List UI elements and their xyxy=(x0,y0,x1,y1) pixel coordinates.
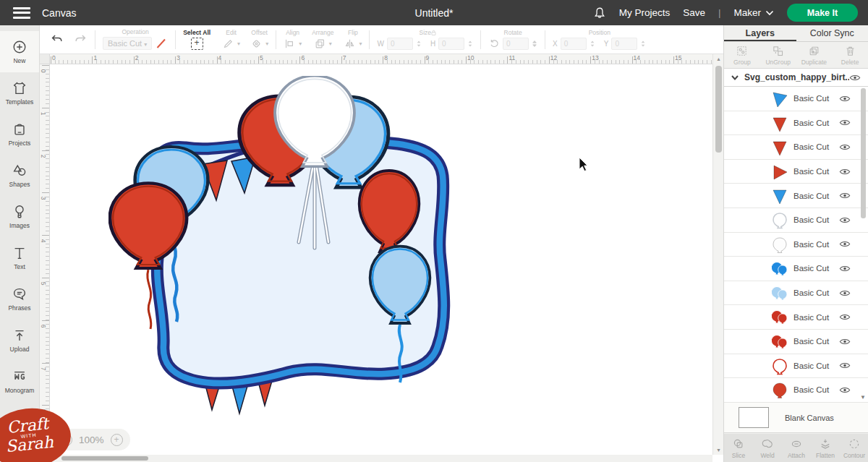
height-field[interactable]: 0 xyxy=(438,38,464,50)
eye-icon[interactable] xyxy=(839,240,851,248)
flatten-button[interactable]: Flatten xyxy=(811,437,840,459)
scroll-up-arrow[interactable]: ▲ xyxy=(713,54,724,64)
lock-icon[interactable] xyxy=(430,28,438,37)
layer-label: Basic Cut xyxy=(793,362,839,370)
sidebar-item-templates[interactable]: Templates xyxy=(0,72,39,114)
make-it-button[interactable]: Make It xyxy=(787,4,858,22)
my-projects-link[interactable]: My Projects xyxy=(619,7,671,18)
birthday-frame-artwork[interactable] xyxy=(109,76,463,427)
tab-layers[interactable]: Layers xyxy=(724,25,796,41)
x-stepper[interactable] xyxy=(590,40,595,48)
ungroup-button[interactable]: UnGroup xyxy=(760,45,796,66)
ruler-number: 13 xyxy=(592,54,598,61)
layer-row[interactable]: Basic Cut xyxy=(724,160,868,184)
y-field[interactable]: 0 xyxy=(611,38,637,50)
align-group[interactable]: Align ▾ xyxy=(284,30,302,50)
layer-row[interactable]: Basic Cut xyxy=(724,87,868,111)
sidebar-item-new[interactable]: New xyxy=(0,31,39,72)
arrange-group[interactable]: Arrange ▾ xyxy=(312,30,333,50)
canvas-horizontal-scrollbar[interactable] xyxy=(40,455,712,462)
select-all-group[interactable]: Select All xyxy=(183,30,210,50)
sidebar-item-monogram[interactable]: Monogram xyxy=(0,361,39,402)
weld-button[interactable]: Weld xyxy=(753,437,782,459)
layer-row[interactable]: Basic Cut xyxy=(724,378,868,403)
layer-row[interactable]: Basic Cut xyxy=(724,354,868,379)
bell-icon[interactable] xyxy=(593,7,606,20)
eye-icon[interactable] xyxy=(839,143,851,151)
operation-dropdown[interactable]: Basic Cut ▾ xyxy=(103,37,152,50)
pen-color-icon[interactable] xyxy=(155,37,168,50)
sidebar-item-upload[interactable]: Upload xyxy=(0,320,39,361)
duplicate-button[interactable]: Duplicate xyxy=(796,45,833,66)
rotate-icon[interactable] xyxy=(488,38,500,49)
offset-group[interactable]: Offset ▾ xyxy=(250,30,268,50)
layer-row[interactable]: Basic Cut xyxy=(724,233,868,257)
layer-row[interactable]: Basic Cut xyxy=(724,305,868,330)
eye-icon[interactable] xyxy=(839,216,851,224)
sidebar-item-projects[interactable]: Projects xyxy=(0,114,39,155)
layer-group-header[interactable]: Svg_custom_happy_birt... xyxy=(724,69,868,87)
flip-group[interactable]: Flip ▾ xyxy=(344,30,362,50)
x-field[interactable]: 0 xyxy=(561,38,587,50)
eye-icon[interactable] xyxy=(839,313,851,321)
canvas-vertical-scrollbar[interactable]: ▲ ▼ xyxy=(712,54,723,455)
chevron-down-icon[interactable] xyxy=(731,75,739,80)
edit-group[interactable]: Edit ▾ xyxy=(222,30,240,50)
sidebar-item-label: Phrases xyxy=(8,304,30,312)
panel-scroll-down-arrow[interactable]: ▼ xyxy=(860,394,866,401)
layer-row[interactable]: Basic Cut xyxy=(724,257,868,281)
redo-button[interactable] xyxy=(74,33,88,46)
y-stepper[interactable] xyxy=(640,40,646,48)
attach-button[interactable]: Attach xyxy=(782,437,811,459)
zoom-in-button[interactable]: + xyxy=(111,434,123,446)
sidebar-item-images[interactable]: Images xyxy=(0,196,39,237)
slice-button[interactable]: Slice xyxy=(724,437,753,459)
width-field[interactable]: 0 xyxy=(387,38,413,50)
undo-button[interactable] xyxy=(50,33,64,46)
panel-scroll-thumb[interactable] xyxy=(861,88,866,218)
height-stepper[interactable] xyxy=(467,40,473,48)
offset-label: Offset xyxy=(251,30,268,36)
sidebar-item-shapes[interactable]: Shapes xyxy=(0,155,39,196)
delete-button[interactable]: Delete xyxy=(832,45,868,66)
rotate-field[interactable]: 0 xyxy=(503,38,529,50)
contour-button[interactable]: Contour xyxy=(840,437,868,459)
layer-row[interactable]: Basic Cut xyxy=(724,208,868,233)
eye-icon[interactable] xyxy=(839,289,851,297)
layer-row[interactable]: Basic Cut xyxy=(724,281,868,306)
action-label: Delete xyxy=(841,59,859,66)
width-stepper[interactable] xyxy=(416,40,422,48)
logo-text-bottom: Sarah xyxy=(0,434,72,455)
machine-select[interactable]: Maker xyxy=(733,7,774,18)
eye-icon[interactable] xyxy=(849,74,861,82)
save-link[interactable]: Save xyxy=(683,7,705,18)
layer-row[interactable]: Basic Cut xyxy=(724,184,868,208)
eye-icon[interactable] xyxy=(839,119,851,127)
eye-icon[interactable] xyxy=(839,265,851,273)
layer-thumbnail xyxy=(770,333,789,351)
layer-row[interactable]: Basic Cut xyxy=(724,135,868,160)
menu-icon[interactable] xyxy=(13,7,30,19)
document-title[interactable]: Untitled* xyxy=(415,7,454,19)
blank-canvas-row[interactable]: Blank Canvas xyxy=(724,403,868,433)
sidebar-item-phrases[interactable]: Phrases xyxy=(0,278,39,320)
eye-icon[interactable] xyxy=(839,95,851,103)
ruler-number: 0 xyxy=(52,54,56,61)
eye-icon[interactable] xyxy=(839,168,851,176)
scroll-down-arrow[interactable]: ▼ xyxy=(713,445,724,455)
tab-color-sync[interactable]: Color Sync xyxy=(796,25,868,41)
layer-row[interactable]: Basic Cut xyxy=(724,330,868,354)
design-canvas[interactable]: 012345678910111213141516 012345678 xyxy=(40,54,723,462)
layer-row[interactable]: Basic Cut xyxy=(724,111,868,136)
eye-icon[interactable] xyxy=(839,386,851,394)
eye-icon[interactable] xyxy=(839,338,851,346)
rotate-stepper[interactable] xyxy=(532,40,537,48)
eye-icon[interactable] xyxy=(839,362,851,369)
horizontal-scroll-thumb[interactable] xyxy=(61,456,148,461)
vertical-scroll-thumb[interactable] xyxy=(715,66,722,153)
rotate-group: Rotate 0 xyxy=(488,30,537,50)
sidebar-item-text[interactable]: Text xyxy=(0,237,39,278)
canvas-label: Canvas xyxy=(42,7,76,19)
eye-icon[interactable] xyxy=(839,192,851,200)
group-button[interactable]: Group xyxy=(724,45,760,66)
